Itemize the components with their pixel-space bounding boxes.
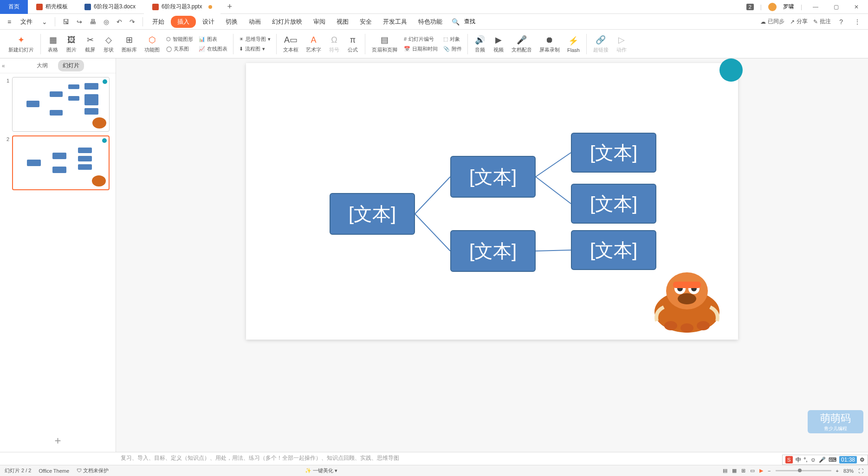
minimize-button[interactable]: —	[809, 2, 823, 12]
more-icon[interactable]: ⋮	[851, 16, 863, 27]
ime-mic-icon[interactable]: 🎤	[819, 457, 826, 463]
wordart-button[interactable]: A艺术字	[302, 33, 325, 54]
ime-keyboard-icon[interactable]: ⌨	[829, 457, 836, 463]
diagram-node[interactable]: [文本]	[571, 133, 656, 173]
image-button[interactable]: 🖼图片	[62, 33, 81, 54]
relation-button[interactable]: ◯ 关系图	[163, 45, 196, 53]
object-button[interactable]: ⬚ 对象	[440, 35, 465, 44]
fit-icon[interactable]: ⛶	[858, 468, 863, 474]
menu-security[interactable]: 安全	[355, 16, 376, 28]
menu-review[interactable]: 审阅	[309, 16, 330, 28]
video-button[interactable]: ▶视频	[489, 33, 508, 54]
notes-panel[interactable]: 复习、导入、目标、定义（知识点）、用处，用法、练习（多个！全部一起操作）、知识点…	[0, 452, 868, 465]
doc-voice-button[interactable]: 🎤文档配音	[508, 33, 536, 54]
slideshow-icon[interactable]: ▶	[759, 468, 763, 474]
header-footer-button[interactable]: ▤页眉和页脚	[368, 33, 401, 54]
menu-transition[interactable]: 切换	[221, 16, 242, 28]
ime-punct-icon[interactable]: °,	[804, 457, 808, 463]
help-icon[interactable]: ?	[836, 16, 846, 27]
ime-mode[interactable]: 中	[796, 456, 801, 464]
diagram-node[interactable]: [文本]	[450, 156, 536, 198]
undo-icon[interactable]: ↶	[114, 16, 125, 27]
menu-animation[interactable]: 动画	[244, 16, 266, 28]
action-button[interactable]: ▷动作	[612, 33, 631, 54]
diagram-node[interactable]: [文本]	[571, 230, 656, 270]
audio-button[interactable]: 🔊音频	[471, 33, 489, 54]
smartart-button[interactable]: ⬡功能图	[141, 33, 163, 54]
new-tab-button[interactable]: +	[220, 2, 239, 12]
share-button[interactable]: ↗ 分享	[790, 18, 808, 26]
ime-bar[interactable]: S 中 °, ☺ 🎤 ⌨ 01:38 ⚙	[782, 455, 868, 465]
sync-button[interactable]: ☁ 已同步	[760, 18, 784, 26]
attachment-button[interactable]: 📎 附件	[440, 45, 465, 53]
zoom-in-button[interactable]: +	[836, 468, 839, 474]
symbol-button[interactable]: Ω符号	[325, 33, 343, 54]
notification-badge[interactable]: 2	[746, 4, 754, 10]
screenshot-button[interactable]: ✂截屏	[81, 33, 99, 54]
comment-button[interactable]: ✎ 批注	[813, 18, 831, 26]
table-button[interactable]: ▦表格	[44, 33, 62, 54]
slide-thumbnail[interactable]	[12, 135, 110, 190]
search-icon[interactable]: 🔍	[449, 16, 462, 27]
diagram-node-root[interactable]: [文本]	[330, 193, 415, 235]
view-normal-icon[interactable]: ▦	[732, 468, 737, 474]
tab-templates[interactable]: 稻壳模板	[28, 0, 76, 14]
menu-dev[interactable]: 开发工具	[378, 16, 412, 28]
menu-feature[interactable]: 特色功能	[414, 16, 447, 28]
view-sorter-icon[interactable]: ⊞	[741, 468, 745, 474]
textbox-button[interactable]: A▭文本框	[279, 33, 302, 54]
slide-item[interactable]: 2	[3, 135, 113, 190]
tab-pptx[interactable]: 6阶段习题3.pptx	[144, 0, 220, 14]
flash-button[interactable]: ⚡Flash	[564, 34, 583, 54]
mindmap-button[interactable]: ☀ 思维导图 ▾	[236, 35, 273, 44]
maximize-button[interactable]: ▢	[829, 2, 843, 12]
icons-button[interactable]: ⊞图标库	[118, 33, 141, 54]
save-icon[interactable]: 🖫	[60, 16, 72, 27]
zoom-slider[interactable]	[776, 470, 831, 471]
preview-icon[interactable]: ◎	[101, 16, 112, 27]
online-chart-button[interactable]: 📈 在线图表	[196, 45, 230, 53]
menu-view[interactable]: 视图	[332, 16, 353, 28]
redo-icon[interactable]: ↷	[127, 16, 138, 27]
add-slide-button[interactable]: +	[0, 430, 116, 452]
menu-file[interactable]: 文件	[16, 16, 37, 28]
menu-start[interactable]: 开始	[148, 16, 169, 28]
new-slide-button[interactable]: ✦新建幻灯片	[5, 33, 38, 54]
hamburger-icon[interactable]: ≡	[5, 16, 14, 27]
slide-item[interactable]: 1	[3, 77, 113, 132]
tab-slides[interactable]: 幻灯片	[58, 60, 84, 71]
flowchart-button[interactable]: ⬇ 流程图 ▾	[236, 45, 273, 53]
date-time-button[interactable]: 📅 日期和时间	[401, 45, 440, 53]
avatar[interactable]	[768, 3, 777, 11]
ime-settings-icon[interactable]: ⚙	[860, 457, 865, 463]
ime-emoji-icon[interactable]: ☺	[810, 457, 816, 463]
zoom-value[interactable]: 83%	[843, 468, 854, 474]
smart-shape-button[interactable]: ⬡ 智能图形	[163, 35, 196, 44]
print-icon[interactable]: 🖶	[87, 16, 99, 27]
tab-docx[interactable]: 6阶段习题3.docx	[76, 0, 144, 14]
slide-canvas[interactable]: [文本] [文本] [文本] [文本] [文本] [文本]	[246, 63, 738, 340]
diagram-node[interactable]: [文本]	[571, 184, 656, 224]
export-icon[interactable]: ↪	[74, 16, 85, 27]
beautify-button[interactable]: ✨ 一键美化 ▾	[305, 467, 337, 474]
equation-button[interactable]: π公式	[343, 33, 362, 54]
collapse-icon[interactable]: «	[2, 63, 5, 69]
diagram-node[interactable]: [文本]	[450, 230, 536, 272]
screen-record-button[interactable]: ⏺屏幕录制	[536, 33, 564, 54]
menu-design[interactable]: 设计	[198, 16, 219, 28]
menu-slideshow[interactable]: 幻灯片放映	[267, 16, 307, 28]
zoom-out-button[interactable]: −	[768, 468, 771, 474]
notes-icon[interactable]: ▤	[723, 468, 727, 474]
slide-thumbnail[interactable]	[12, 77, 110, 132]
close-button[interactable]: ✕	[849, 2, 863, 12]
tab-outline[interactable]: 大纲	[32, 60, 52, 71]
view-reading-icon[interactable]: ▭	[750, 468, 755, 474]
chevron-down-icon[interactable]: ⌄	[39, 16, 50, 27]
shape-button[interactable]: ◇形状	[99, 33, 118, 54]
chart-button[interactable]: 📊 图表	[196, 35, 230, 44]
menu-insert[interactable]: 插入	[171, 16, 196, 28]
tab-home[interactable]: 首页	[0, 0, 28, 14]
protect-status[interactable]: 🛡 文档未保护	[77, 467, 109, 474]
slide-number-button[interactable]: # 幻灯片编号	[401, 35, 440, 44]
hyperlink-button[interactable]: 🔗超链接	[589, 33, 612, 54]
